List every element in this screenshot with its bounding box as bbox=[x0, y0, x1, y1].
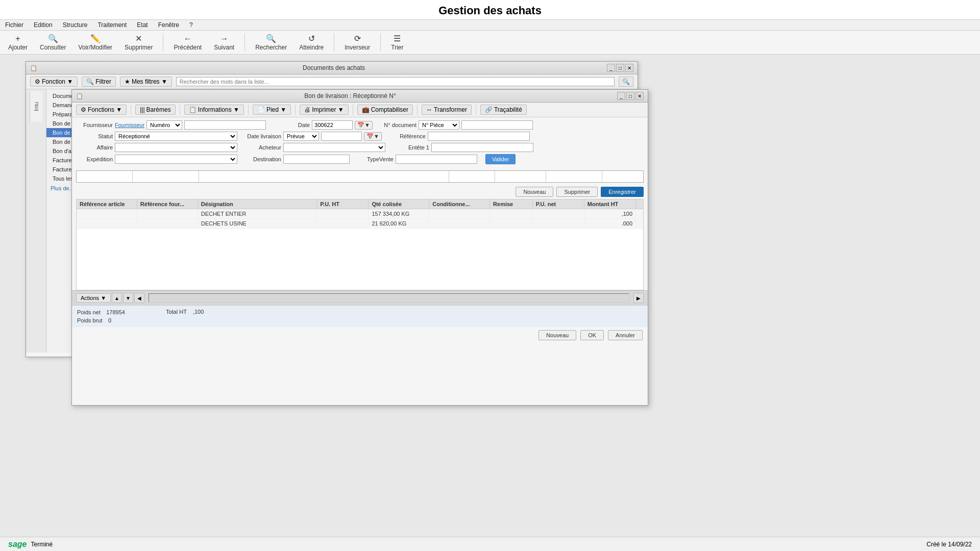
bl-sep-7 bbox=[476, 105, 476, 115]
bl-informations-button[interactable]: 📋 Informations ▼ bbox=[184, 105, 244, 115]
line-ref-fournisseur-input[interactable] bbox=[133, 171, 199, 182]
n-document-input[interactable] bbox=[461, 120, 533, 130]
docs-filtrer-button[interactable]: 🔍 Filtrer bbox=[82, 77, 116, 87]
expedition-select[interactable] bbox=[115, 155, 237, 164]
rechercher-button[interactable]: 🔍 Rechercher bbox=[251, 33, 291, 52]
docs-search-button[interactable]: 🔍 bbox=[619, 77, 633, 87]
affaire-select[interactable] bbox=[115, 143, 237, 152]
voir-modifier-button[interactable]: ✏️ Voir/Modifier bbox=[74, 33, 116, 52]
bl-minimize-button[interactable]: _ bbox=[617, 92, 625, 100]
td-ref-four-2 bbox=[137, 219, 198, 228]
reference-input[interactable] bbox=[428, 132, 530, 141]
bl-sep-1 bbox=[131, 105, 131, 115]
docs-window-controls: _ □ ✕ bbox=[607, 64, 633, 72]
menu-traitement[interactable]: Traitement bbox=[96, 21, 128, 29]
menu-fichier[interactable]: Fichier bbox=[4, 21, 24, 29]
menu-fenetre[interactable]: Fenêtre bbox=[157, 21, 180, 29]
docs-window-title: Documents des achats bbox=[61, 64, 607, 71]
poids-net-value: 178954 bbox=[106, 309, 125, 315]
menu-help[interactable]: ? bbox=[188, 21, 194, 29]
status-text: Terminé bbox=[31, 541, 53, 548]
td-ref-article-1 bbox=[77, 209, 137, 218]
bl-ok-button[interactable]: OK bbox=[580, 330, 604, 340]
line-designation-input[interactable] bbox=[199, 171, 449, 182]
actions-dropdown-button[interactable]: Actions ▼ bbox=[76, 293, 111, 303]
bl-maximize-button[interactable]: □ bbox=[626, 92, 634, 100]
nav-down-button[interactable]: ▼ bbox=[123, 293, 133, 303]
table-header: Référence article Référence four... Dési… bbox=[77, 199, 643, 209]
typevente-group: TypeVente bbox=[358, 155, 477, 164]
poids-net-row: Poids net 178954 bbox=[77, 309, 125, 316]
bl-comptabiliser-button[interactable]: 💼 Comptabiliser bbox=[357, 105, 413, 115]
menu-edition[interactable]: Edition bbox=[33, 21, 54, 29]
supprimer-line-button[interactable]: Supprimer bbox=[556, 187, 598, 197]
line-qte-colisee-input[interactable] bbox=[495, 171, 546, 182]
date-livraison-select[interactable]: Prévue bbox=[283, 132, 319, 141]
table-row[interactable]: DECHET ENTIER 157 334,00 KG ,100 bbox=[77, 209, 643, 219]
enregistrer-line-button[interactable]: Enregistrer bbox=[601, 187, 644, 197]
date-livraison-calendar-button[interactable]: 📅▼ bbox=[364, 132, 382, 141]
nav-up-button[interactable]: ▲ bbox=[112, 293, 122, 303]
th-ref-four: Référence four... bbox=[137, 199, 198, 209]
bl-transformer-button[interactable]: ↔ Transformer bbox=[422, 105, 472, 115]
nav-left-button[interactable]: ◀ bbox=[134, 293, 144, 303]
bl-nouveau-button[interactable]: Nouveau bbox=[538, 330, 576, 340]
inverseur-button[interactable]: ⟳ Inverseur bbox=[340, 33, 374, 52]
ajouter-button[interactable]: + Ajouter bbox=[4, 33, 32, 52]
line-ref-article-input[interactable] bbox=[77, 171, 133, 182]
suivant-button[interactable]: → Suivant bbox=[210, 33, 238, 52]
date-input[interactable] bbox=[312, 120, 353, 130]
precedent-button[interactable]: ← Précédent bbox=[169, 33, 206, 52]
bl-tracabilite-button[interactable]: 🔗 Traçabilité bbox=[480, 105, 527, 115]
docs-fonction-button[interactable]: ⚙ Fonction ▼ bbox=[30, 77, 78, 87]
bl-sep-2 bbox=[180, 105, 180, 115]
atteindre-button[interactable]: ↺ Atteindre bbox=[295, 33, 328, 52]
td-pu-ht-2 bbox=[317, 219, 369, 228]
fournisseur-value-input[interactable] bbox=[184, 120, 266, 130]
date-livraison-input[interactable] bbox=[321, 132, 362, 141]
destination-input[interactable] bbox=[283, 155, 350, 164]
n-document-type-select[interactable]: N° Pièce bbox=[419, 120, 459, 130]
trier-button[interactable]: ☰ Trier bbox=[387, 33, 407, 52]
bl-toolbar: ⚙ Fonctions ▼ ||| Barèmes 📋 Informations… bbox=[72, 103, 648, 117]
n-document-group: N° document N° Pièce bbox=[381, 120, 533, 130]
docs-mes-filtres-button[interactable]: ★ Mes filtres ▼ bbox=[120, 77, 172, 87]
scroll-bar[interactable] bbox=[149, 293, 629, 303]
bl-annuler-button[interactable]: Annuler bbox=[608, 330, 643, 340]
statut-group: Statut Réceptionné bbox=[77, 132, 237, 141]
docs-search-input[interactable] bbox=[176, 77, 615, 86]
docs-close-button[interactable]: ✕ bbox=[625, 64, 633, 72]
nouveau-line-button[interactable]: Nouveau bbox=[516, 187, 553, 197]
fournisseur-link[interactable]: Fournisseur bbox=[115, 122, 144, 128]
statut-select[interactable]: Réceptionné bbox=[115, 132, 237, 141]
affaire-label: Affaire bbox=[77, 144, 113, 151]
supprimer-button[interactable]: ✕ Supprimer bbox=[120, 33, 157, 52]
typevente-input[interactable] bbox=[396, 155, 477, 164]
goto-icon: ↺ bbox=[308, 34, 315, 43]
fournisseur-type-select[interactable]: Numéro bbox=[146, 120, 182, 130]
menu-structure[interactable]: Structure bbox=[62, 21, 89, 29]
table-row[interactable]: DECHETS USINE 21 620,00 KG .000 bbox=[77, 219, 643, 229]
date-livraison-group: Date livraison Prévue 📅▼ bbox=[246, 132, 382, 141]
td-pu-ht-1 bbox=[317, 209, 369, 218]
consulter-button[interactable]: 🔍 Consulter bbox=[36, 33, 70, 52]
nav-right-button[interactable]: ▶ bbox=[633, 293, 644, 303]
line-pu-ht-input[interactable] bbox=[449, 171, 495, 182]
docs-maximize-button[interactable]: □ bbox=[616, 64, 624, 72]
bl-baremes-button[interactable]: ||| Barèmes bbox=[135, 105, 175, 115]
bl-fonctions-button[interactable]: ⚙ Fonctions ▼ bbox=[76, 105, 127, 115]
acheteur-select[interactable] bbox=[283, 143, 385, 152]
valider-button[interactable]: Valider bbox=[485, 154, 516, 164]
n-document-label: N° document bbox=[381, 122, 416, 128]
bl-pied-button[interactable]: 📄 Pied ▼ bbox=[253, 105, 291, 115]
bl-sep-3 bbox=[248, 105, 249, 115]
date-calendar-button[interactable]: 📅▼ bbox=[355, 121, 373, 130]
line-remise-input[interactable] bbox=[602, 171, 643, 182]
line-conditionnement-input[interactable] bbox=[546, 171, 602, 182]
entete1-input[interactable] bbox=[431, 143, 533, 152]
bl-close-button[interactable]: ✕ bbox=[635, 92, 644, 100]
bl-imprimer-button[interactable]: 🖨 Imprimer ▼ bbox=[300, 105, 349, 115]
toolbar-separator-4 bbox=[380, 33, 381, 52]
menu-etat[interactable]: Etat bbox=[136, 21, 149, 29]
docs-minimize-button[interactable]: _ bbox=[607, 64, 615, 72]
